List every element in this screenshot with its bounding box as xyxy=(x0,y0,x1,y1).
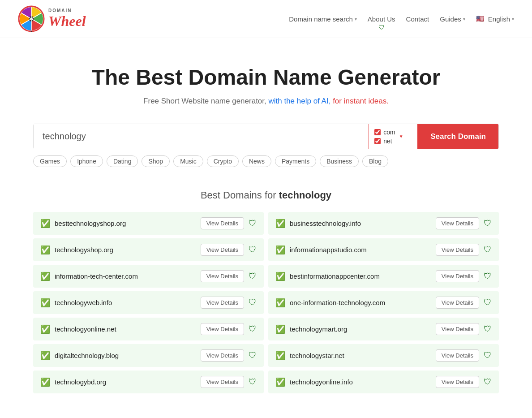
tag-shop[interactable]: Shop xyxy=(142,155,170,167)
domain-shield-icon: 🛡 xyxy=(484,219,492,228)
nav-guides[interactable]: Guides ▾ xyxy=(440,15,465,23)
hero-title: The Best Domain Name Generator xyxy=(9,65,523,90)
results-grid: ✅ besttechnologyshop.org View Details 🛡 … xyxy=(33,212,499,393)
nav-language[interactable]: 🇺🇸 English ▾ xyxy=(476,15,514,23)
available-icon: ✅ xyxy=(275,324,285,334)
table-row: ✅ technologystar.net View Details 🛡 xyxy=(268,344,499,367)
domain-name: besttechnologyshop.org xyxy=(55,220,196,227)
table-row: ✅ informationappstudio.com View Details … xyxy=(268,238,499,261)
available-icon: ✅ xyxy=(275,377,285,387)
available-icon: ✅ xyxy=(40,219,50,228)
table-row: ✅ technologyonline.net View Details 🛡 xyxy=(33,318,264,340)
view-details-button[interactable]: View Details xyxy=(436,323,479,335)
hero-section: The Best Domain Name Generator Free Shor… xyxy=(0,38,532,124)
domain-shield-icon: 🛡 xyxy=(484,351,492,360)
tag-business[interactable]: Business xyxy=(320,155,359,167)
domain-shield-icon: 🛡 xyxy=(249,351,257,360)
table-row: ✅ businesstechnology.info View Details 🛡 xyxy=(268,212,499,235)
domain-name: businesstechnology.info xyxy=(290,220,431,227)
view-details-button[interactable]: View Details xyxy=(436,297,479,309)
view-details-button[interactable]: View Details xyxy=(201,349,244,362)
available-icon: ✅ xyxy=(40,351,50,361)
available-icon: ✅ xyxy=(40,298,50,308)
table-row: ✅ information-tech-center.com View Detai… xyxy=(33,265,264,288)
view-details-button[interactable]: View Details xyxy=(201,323,244,335)
nav: Domain name search ▾ About Us 🛡 Contact … xyxy=(289,15,514,23)
view-details-button[interactable]: View Details xyxy=(201,217,244,229)
tld-net-label[interactable]: net xyxy=(374,138,395,145)
domain-shield-icon: 🛡 xyxy=(484,298,492,307)
tag-news[interactable]: News xyxy=(242,155,271,167)
header: DOMAIN Wheel Domain name search ▾ About … xyxy=(0,0,532,38)
tags-row: Games Iphone Dating Shop Music Crypto Ne… xyxy=(33,155,499,167)
domain-name: bestinformationappcenter.com xyxy=(290,272,431,280)
view-details-button[interactable]: View Details xyxy=(201,244,244,256)
tag-crypto[interactable]: Crypto xyxy=(207,155,239,167)
nav-contact[interactable]: Contact xyxy=(406,15,429,23)
available-icon: ✅ xyxy=(275,271,285,281)
domain-name: information-tech-center.com xyxy=(55,272,196,280)
nav-domain-search[interactable]: Domain name search ▾ xyxy=(289,15,357,23)
table-row: ✅ technologyweb.info View Details 🛡 xyxy=(33,291,264,314)
view-details-button[interactable]: View Details xyxy=(436,217,479,229)
search-input[interactable] xyxy=(34,124,369,149)
domain-shield-icon: 🛡 xyxy=(249,377,257,387)
tag-music[interactable]: Music xyxy=(173,155,203,167)
table-row: ✅ digitaltechnology.blog View Details 🛡 xyxy=(33,344,264,367)
available-icon: ✅ xyxy=(40,377,50,387)
domain-name: technologyshop.org xyxy=(55,246,196,254)
available-icon: ✅ xyxy=(275,351,285,361)
about-us-shield-icon: 🛡 xyxy=(378,24,385,31)
table-row: ✅ besttechnologyshop.org View Details 🛡 xyxy=(33,212,264,235)
tag-dating[interactable]: Dating xyxy=(107,155,138,167)
search-box: com net ▼ Search Domain xyxy=(33,124,499,149)
view-details-button[interactable]: View Details xyxy=(201,376,244,388)
table-row: ✅ technologybd.org View Details 🛡 xyxy=(33,371,264,393)
domain-name: one-information-technology.com xyxy=(290,299,431,306)
tld-com-label[interactable]: com xyxy=(374,129,395,136)
domain-shield-icon: 🛡 xyxy=(249,298,257,307)
logo[interactable]: DOMAIN Wheel xyxy=(18,5,86,32)
tld-net-checkbox[interactable] xyxy=(374,138,381,144)
domain-shield-icon: 🛡 xyxy=(484,271,492,281)
tag-blog[interactable]: Blog xyxy=(362,155,388,167)
tld-selector: com net ▼ xyxy=(369,124,418,149)
domain-name: informationappstudio.com xyxy=(290,246,431,254)
domain-name: digitaltechnology.blog xyxy=(55,352,196,359)
domain-name: technologyonline.info xyxy=(290,378,431,386)
tld-dropdown-arrow[interactable]: ▼ xyxy=(399,134,403,139)
view-details-button[interactable]: View Details xyxy=(201,270,244,282)
view-details-button[interactable]: View Details xyxy=(436,244,479,256)
view-details-button[interactable]: View Details xyxy=(201,297,244,309)
domain-name: technologybd.org xyxy=(55,378,196,386)
domain-shield-icon: 🛡 xyxy=(249,271,257,281)
tag-iphone[interactable]: Iphone xyxy=(70,155,103,167)
tag-payments[interactable]: Payments xyxy=(275,155,316,167)
chevron-down-icon-guides: ▾ xyxy=(463,17,465,22)
domain-name: technologyweb.info xyxy=(55,299,196,306)
logo-main-text: Wheel xyxy=(48,13,86,30)
view-details-button[interactable]: View Details xyxy=(436,349,479,362)
table-row: ✅ technologyonline.info View Details 🛡 xyxy=(268,371,499,393)
available-icon: ✅ xyxy=(275,298,285,308)
search-section: com net ▼ Search Domain Games Iphone Dat… xyxy=(15,124,517,181)
flag-icon: 🇺🇸 xyxy=(476,15,485,23)
domain-name: technologyonline.net xyxy=(55,325,196,333)
domain-shield-icon: 🛡 xyxy=(249,324,257,334)
tag-games[interactable]: Games xyxy=(33,155,67,167)
available-icon: ✅ xyxy=(40,245,50,255)
view-details-button[interactable]: View Details xyxy=(436,376,479,388)
logo-sub-text: DOMAIN xyxy=(48,8,86,13)
nav-about-us[interactable]: About Us xyxy=(368,15,395,23)
results-right-col: ✅ businesstechnology.info View Details 🛡… xyxy=(268,212,499,393)
search-domain-button[interactable]: Search Domain xyxy=(418,124,498,149)
available-icon: ✅ xyxy=(40,324,50,334)
domain-name: technologymart.org xyxy=(290,325,431,333)
available-icon: ✅ xyxy=(275,219,285,228)
tld-com-checkbox[interactable] xyxy=(374,129,381,135)
tld-checkboxes: com net xyxy=(374,129,395,145)
view-details-button[interactable]: View Details xyxy=(436,270,479,282)
domain-shield-icon: 🛡 xyxy=(484,377,492,387)
domain-shield-icon: 🛡 xyxy=(484,324,492,334)
table-row: ✅ technologymart.org View Details 🛡 xyxy=(268,318,499,340)
